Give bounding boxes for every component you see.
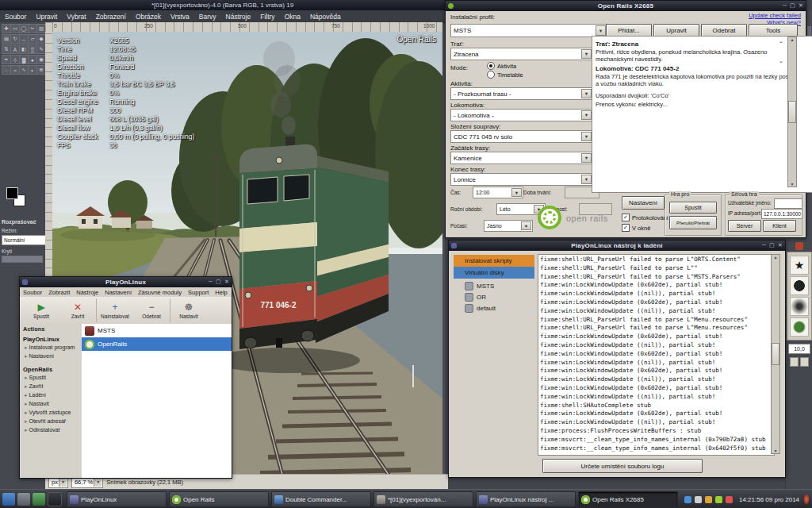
activity-select[interactable]: - Prozkoumat trasu -▼ [450,87,593,100]
gimp-menu-item[interactable]: Zobrazení [91,13,131,21]
maximize-icon[interactable]: ▢ [216,279,221,285]
ip-input[interactable]: 127.0.0.1:30000 [761,209,802,219]
settings-button[interactable]: Nastavení [622,196,665,210]
clock[interactable]: 14:21:56 09 pro 2014 [739,496,799,503]
pol-toolbar-button[interactable]: ▶ Spustit [23,298,59,322]
network-tray-icon[interactable] [684,496,691,503]
gimp-color-swatch[interactable] [6,187,25,206]
terminal-icon[interactable] [48,492,62,506]
minimize-icon[interactable]: ─ [209,279,213,285]
gimp-menu-item[interactable]: Upravit [31,13,62,21]
taskbar-task-button[interactable]: PlayOnLinux [67,491,167,507]
pol-menu-item[interactable]: Soubor [20,289,45,296]
new-brush-icon[interactable] [790,357,799,367]
locate-log-button[interactable]: Určete umístění souboru logu [542,459,703,473]
route-select[interactable]: Ztracena▼ [450,48,593,60]
logout-icon[interactable] [804,495,809,504]
volume-tray-icon[interactable] [695,496,702,503]
pol-toolbar-button[interactable]: ✕ Zavřít [59,298,96,322]
resume-button[interactable]: Přerušit/Přehrát [669,216,717,229]
pol-menu-item[interactable]: Zásuvné moduly [135,289,185,296]
mode-timetable-radio[interactable]: Timetable [487,71,523,79]
mode-dropdown[interactable]: Normální [2,235,46,245]
foreground-color-swatch[interactable] [6,187,18,199]
gimp-menu-item[interactable]: Okna [280,13,305,21]
maximize-icon[interactable]: ▢ [790,2,795,9]
pol-toolbar-button[interactable]: ☸ Nastavit [170,298,207,322]
loco-expander-icon[interactable]: ⌄ [779,58,783,64]
description-scrollbar[interactable]: ▲▼ [787,37,797,187]
maximize-icon[interactable]: ▢ [769,242,775,248]
minimize-icon[interactable]: ─ [762,242,766,248]
clipboard-tray-icon[interactable] [705,496,712,503]
brush-tab-icon[interactable] [795,242,803,250]
action-link[interactable]: Nastavení [25,353,82,362]
gimp-menu-item[interactable]: Vrstva [166,13,194,21]
pol-toolbar-button[interactable]: − Odebrat [133,298,170,322]
virtual-drive-item[interactable]: MSTS [465,280,534,291]
gimp-menu-item[interactable]: Soubor [0,13,31,21]
battery-tray-icon[interactable] [726,496,733,503]
start-station-select[interactable]: Kamenice▼ [450,152,593,164]
launcher-titlebar[interactable]: Open Rails X2685 ─▢✕ [446,1,806,11]
windowed-checkbox[interactable]: ✓V okně [622,224,650,232]
minimize-icon[interactable]: ─ [783,2,787,9]
weather-select[interactable]: Jasno▼ [484,220,533,232]
pol-menu-item[interactable]: Support [185,289,212,296]
gimp-menu-item[interactable]: Filtry [255,13,279,21]
brush-size-spinner[interactable]: 10,0 [788,344,810,354]
mode-activity-radio[interactable]: Aktivita [487,62,516,70]
app-list-item[interactable]: OpenRails [82,337,232,351]
start-button[interactable]: Spustit [669,202,717,214]
duplicate-brush-icon[interactable] [800,357,809,367]
pol-menu-item[interactable]: Nástroje [73,289,102,296]
pol-menu-item[interactable]: Help [212,289,230,296]
taskbar-task-button[interactable]: PlayOnLinux nástroj ... [476,491,576,507]
time-select[interactable]: 12:00▼ [473,187,523,198]
taskbar-task-button[interactable]: Open Rails X2685 [578,491,678,507]
soft-circle-brush[interactable] [790,297,809,316]
locomotive-select[interactable]: - Lokomotiva -▼ [450,109,593,121]
debug-nav-item[interactable]: Virtuální disky [454,267,534,279]
pol-menu-item[interactable]: Zobrazit [45,289,73,296]
server-button[interactable]: Server [728,220,761,232]
gimp-menu-item[interactable]: Nástroje [221,13,256,21]
end-station-select[interactable]: Lonnice▼ [450,173,593,186]
taskbar-task-button[interactable]: Double Commander... [271,491,371,507]
pol-titlebar[interactable]: PlayOnLinux ─▢✕ [20,277,232,287]
virtual-drive-item[interactable]: OR [465,291,534,302]
close-icon[interactable]: ✕ [799,2,803,9]
debug-nav-item[interactable]: Instalovat skripty [454,255,534,267]
action-link[interactable]: Vytvořit zástupce [25,410,82,418]
show-desktop-icon[interactable] [33,493,45,506]
action-link[interactable]: Ladění [25,392,82,401]
app-list-item[interactable]: MSTS [82,324,232,337]
route-expander-icon[interactable]: ⌄ [779,38,783,44]
debug-log[interactable]: fixme:shell:URL_ParseUrl failed to parse… [538,254,775,456]
hard-circle-brush[interactable] [790,276,809,295]
taskbar-task-button[interactable]: Open Rails [169,491,269,507]
taskbar-task-button[interactable]: *[01](vyexportován... [373,491,473,507]
file-manager-icon[interactable] [17,493,30,506]
logging-checkbox[interactable]: ✓Protokolování [622,214,668,221]
action-link[interactable]: Spustit [25,375,82,383]
virtual-drive-item[interactable]: default [465,302,534,314]
gimp-menu-item[interactable]: Barvy [194,13,221,21]
username-input[interactable] [774,198,802,209]
action-link[interactable]: Nastavit [25,401,82,410]
pepper-brush[interactable] [790,318,809,337]
update-check-link[interactable]: Update check failed [749,12,801,19]
action-link[interactable]: Instalovat program [25,344,82,353]
app-menu-icon[interactable] [2,493,15,506]
close-icon[interactable]: ✕ [778,242,783,248]
gimp-menu-item[interactable]: Nápověda [305,13,346,21]
update-tray-icon[interactable] [715,496,722,503]
action-link[interactable]: Otevřít adresář [25,418,82,427]
action-link[interactable]: Odinstalovat [25,427,82,436]
gimp-menu-item[interactable]: Obrázek [131,13,166,21]
profile-select[interactable]: MSTS▼ [450,24,607,37]
pol-menu-item[interactable]: Nastavení [102,289,135,296]
opacity-slider[interactable] [2,256,43,263]
gimp-menu-item[interactable]: Vybrat [62,13,90,21]
client-button[interactable]: Klient [763,220,796,232]
